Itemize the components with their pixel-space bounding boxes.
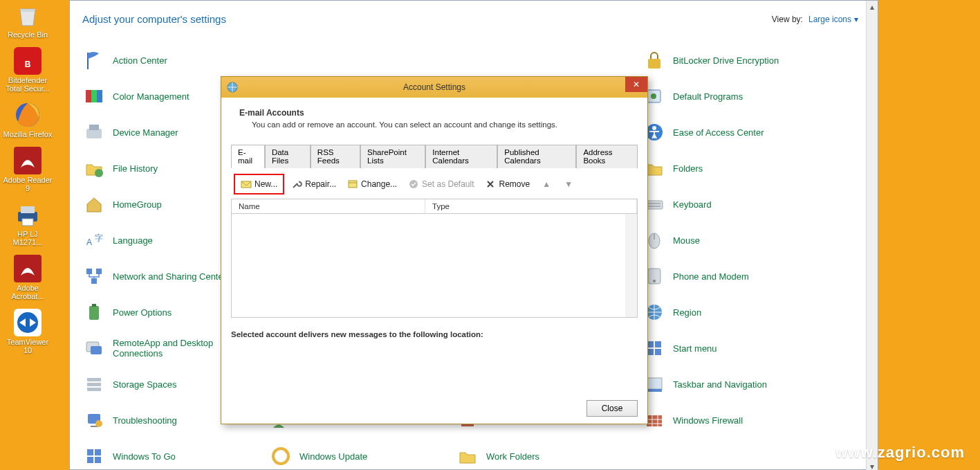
cp-item-taskbar[interactable]: Taskbar and Navigation xyxy=(640,368,820,400)
tab-published-calendars[interactable]: Published Calendars xyxy=(497,145,576,168)
column-name[interactable]: Name xyxy=(232,199,425,213)
dialog-titlebar[interactable]: Account Settings ✕ xyxy=(221,77,647,98)
desktop-icon-label: Bitdefender Total Secur... xyxy=(3,76,53,93)
svg-point-15 xyxy=(651,93,656,99)
svg-rect-21 xyxy=(646,201,663,209)
cp-item-label: File History xyxy=(113,163,158,174)
new-button[interactable]: New... xyxy=(237,177,281,192)
page-title: Adjust your computer's settings xyxy=(82,13,226,25)
tab-address-books[interactable]: Address Books xyxy=(576,145,638,168)
desktop-icon-bitdefender[interactable]: B Bitdefender Total Secur... xyxy=(2,46,53,93)
repair-button[interactable]: Repair... xyxy=(287,177,340,192)
svg-text:B: B xyxy=(25,60,31,69)
change-button[interactable]: Change... xyxy=(343,177,401,192)
scroll-up-icon[interactable]: ▴ xyxy=(867,1,878,12)
tab-email[interactable]: E-mail xyxy=(231,145,265,168)
view-by-value: Large icons xyxy=(808,15,851,24)
svg-rect-44 xyxy=(87,388,101,391)
tab-data-files[interactable]: Data Files xyxy=(265,145,311,168)
cp-item-label: Mouse xyxy=(673,235,700,246)
cp-item-label: Color Management xyxy=(113,91,189,102)
svg-rect-38 xyxy=(647,341,654,347)
close-button[interactable]: ✕ xyxy=(625,77,647,92)
column-type[interactable]: Type xyxy=(425,199,637,213)
cp-item-label: Device Manager xyxy=(113,127,178,138)
account-list-header: Name Type xyxy=(231,199,638,214)
printer-icon xyxy=(12,199,43,230)
desktop-icon-firefox[interactable]: Mozilla Firefox xyxy=(2,100,53,138)
desktop-icon-adobe-reader[interactable]: Adobe Reader 9 xyxy=(2,145,53,192)
cp-item-label: Start menu xyxy=(673,343,717,354)
cp-item-label: Action Center xyxy=(113,55,167,66)
scroll-down-icon[interactable]: ▾ xyxy=(867,460,878,470)
cp-item-work-folders[interactable]: Work Folders xyxy=(453,440,633,470)
cp-item-label: Power Options xyxy=(113,307,172,318)
svg-rect-61 xyxy=(95,457,101,463)
repair-icon xyxy=(291,179,302,190)
cp-item-windows-update[interactable]: Windows Update xyxy=(266,440,446,470)
cp-item-label: Phone and Modem xyxy=(673,271,749,282)
svg-rect-16 xyxy=(86,129,102,138)
close-dialog-button[interactable]: Close xyxy=(586,400,638,417)
desktop-icon-teamviewer[interactable]: TeamViewer 10 xyxy=(2,307,53,354)
svg-rect-11 xyxy=(86,90,91,102)
cp-item-bitlocker[interactable]: BitLocker Drive Encryption xyxy=(640,44,820,76)
cp-item-label: HomeGroup xyxy=(113,199,162,210)
svg-rect-29 xyxy=(96,269,102,274)
new-button-highlight: New... xyxy=(234,174,284,195)
cp-item-label: BitLocker Drive Encryption xyxy=(673,55,779,66)
svg-rect-53 xyxy=(647,415,662,426)
dialog-body: E-mail Accounts You can add or remove an… xyxy=(221,98,647,424)
tab-rss-feeds[interactable]: RSS Feeds xyxy=(311,145,360,168)
cp-item-windows-to-go[interactable]: Windows To Go xyxy=(80,440,259,470)
cp-item-folders[interactable]: Folders xyxy=(640,152,820,184)
desktop-icon-label: Recycle Bin xyxy=(8,30,48,39)
desktop-icon-label: Mozilla Firefox xyxy=(3,130,53,138)
svg-point-32 xyxy=(653,280,656,282)
svg-point-19 xyxy=(652,126,656,130)
adobe-reader-icon xyxy=(12,145,43,176)
folder-history-icon xyxy=(82,156,106,180)
dialog-toolbar: New... Repair... Change... Set as Defaul… xyxy=(231,168,638,199)
cp-item-default-programs[interactable]: Default Programs xyxy=(640,80,820,112)
cp-item-keyboard[interactable]: Keyboard xyxy=(640,188,820,220)
account-list-body[interactable] xyxy=(231,214,638,318)
cp-item-label: Troubleshooting xyxy=(113,415,177,426)
cp-item-region[interactable]: Region xyxy=(640,296,820,328)
cp-item-windows-firewall[interactable]: Windows Firewall xyxy=(640,404,820,436)
view-by-dropdown[interactable]: Large icons ▾ xyxy=(808,15,858,24)
cp-item-ease-of-access[interactable]: Ease of Access Center xyxy=(640,116,820,148)
color-icon xyxy=(82,84,106,108)
control-panel-scrollbar[interactable]: ▴ ▾ xyxy=(866,1,878,470)
desktop-icon-recycle-bin[interactable]: Recycle Bin xyxy=(2,0,53,39)
adobe-acrobat-icon xyxy=(12,253,43,284)
svg-rect-43 xyxy=(87,383,101,386)
deliver-location-text: Selected account delivers new messages t… xyxy=(231,330,638,338)
change-icon xyxy=(347,179,358,190)
remove-icon xyxy=(485,179,496,190)
desktop-icon-adobe-acrobat[interactable]: Adobe Acrobat... xyxy=(2,253,53,300)
tab-internet-calendars[interactable]: Internet Calendars xyxy=(425,145,497,168)
cp-item-action-center[interactable]: Action Center xyxy=(80,44,259,76)
cp-item-label: Region xyxy=(673,307,701,318)
control-panel-header: Adjust your computer's settings View by:… xyxy=(70,1,878,29)
tab-sharepoint-lists[interactable]: SharePoint Lists xyxy=(360,145,425,168)
windows-to-go-icon xyxy=(82,444,106,468)
svg-rect-41 xyxy=(655,349,661,355)
svg-rect-17 xyxy=(89,125,99,130)
cp-item-phone-modem[interactable]: Phone and Modem xyxy=(640,260,820,292)
svg-rect-40 xyxy=(647,349,654,355)
language-icon: A字 xyxy=(82,228,106,252)
cp-item-label: Language xyxy=(113,235,153,246)
cp-item-label: Keyboard xyxy=(673,199,712,210)
desktop-icon-hp-printer[interactable]: HP LJ M1271... xyxy=(2,199,53,246)
set-default-button-label: Set as Default xyxy=(422,179,474,189)
cp-item-label: Storage Spaces xyxy=(113,379,177,390)
cp-item-start-menu[interactable]: Start menu xyxy=(640,332,820,364)
svg-rect-58 xyxy=(87,449,93,455)
cp-item-label: Network and Sharing Center xyxy=(113,271,226,282)
list-scrollbar[interactable] xyxy=(625,214,637,317)
desktop-icon-label: Adobe Acrobat... xyxy=(3,284,53,300)
remove-button[interactable]: Remove xyxy=(481,177,534,192)
cp-item-mouse[interactable]: Mouse xyxy=(640,224,820,256)
